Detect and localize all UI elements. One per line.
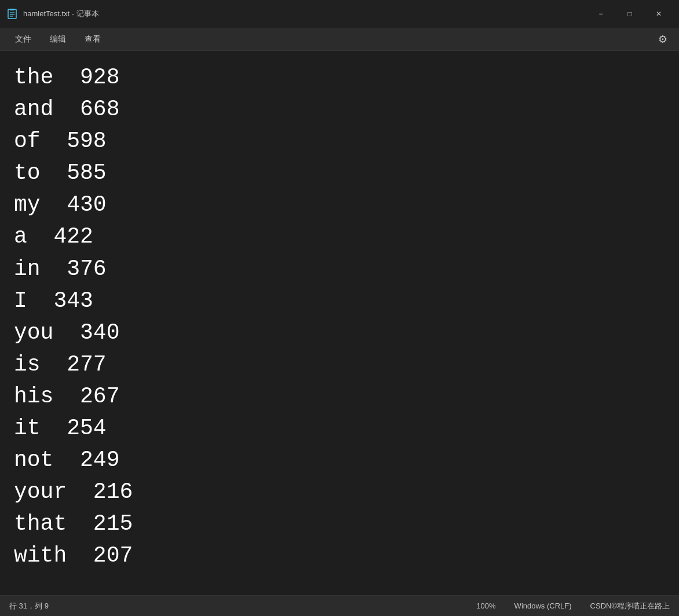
statusbar: 行 31，列 9 100% Windows (CRLF) CSDN©程序喵正在路…	[0, 595, 679, 616]
maximize-button[interactable]: □	[616, 5, 643, 23]
statusbar-right: 100% Windows (CRLF) CSDN©程序喵正在路上	[476, 601, 670, 611]
titlebar-controls: − □ ✕	[587, 5, 672, 23]
menubar-items: 文件 编辑 查看	[7, 31, 109, 48]
content-area: the 928and 668of 598to 585my 430a 422in …	[0, 51, 679, 595]
svg-rect-0	[8, 9, 16, 19]
close-button[interactable]: ✕	[645, 5, 672, 23]
list-item: of 598	[14, 125, 665, 157]
list-item: that 215	[14, 508, 665, 540]
list-item: with 207	[14, 540, 665, 571]
list-item: my 430	[14, 189, 665, 221]
settings-icon[interactable]: ⚙	[654, 30, 672, 49]
notepad-icon	[7, 9, 17, 19]
svg-rect-1	[10, 9, 14, 10]
statusbar-position: 行 31，列 9	[9, 601, 49, 611]
list-item: not 249	[14, 444, 665, 476]
list-item: it 254	[14, 412, 665, 444]
minimize-button[interactable]: −	[587, 5, 614, 23]
word-count-list: the 928and 668of 598to 585my 430a 422in …	[14, 61, 665, 572]
list-item: and 668	[14, 93, 665, 125]
menu-view[interactable]: 查看	[76, 31, 109, 48]
list-item: is 277	[14, 349, 665, 380]
menubar: 文件 编辑 查看 ⚙	[0, 28, 679, 51]
titlebar: hamletTest.txt - 记事本 − □ ✕	[0, 0, 679, 28]
encoding: CSDN©程序喵正在路上	[590, 601, 670, 611]
list-item: in 376	[14, 253, 665, 285]
list-item: the 928	[14, 61, 665, 93]
list-item: a 422	[14, 221, 665, 252]
zoom-level: 100%	[476, 602, 495, 610]
titlebar-title: hamletTest.txt - 记事本	[23, 9, 99, 19]
list-item: to 585	[14, 157, 665, 189]
list-item: his 267	[14, 380, 665, 412]
cursor-position: 行 31，列 9	[9, 601, 49, 611]
line-ending: Windows (CRLF)	[514, 602, 572, 610]
menu-edit[interactable]: 编辑	[42, 31, 74, 48]
titlebar-left: hamletTest.txt - 记事本	[7, 9, 99, 19]
menu-file[interactable]: 文件	[7, 31, 39, 48]
list-item: you 340	[14, 317, 665, 349]
list-item: your 216	[14, 476, 665, 508]
list-item: I 343	[14, 285, 665, 317]
